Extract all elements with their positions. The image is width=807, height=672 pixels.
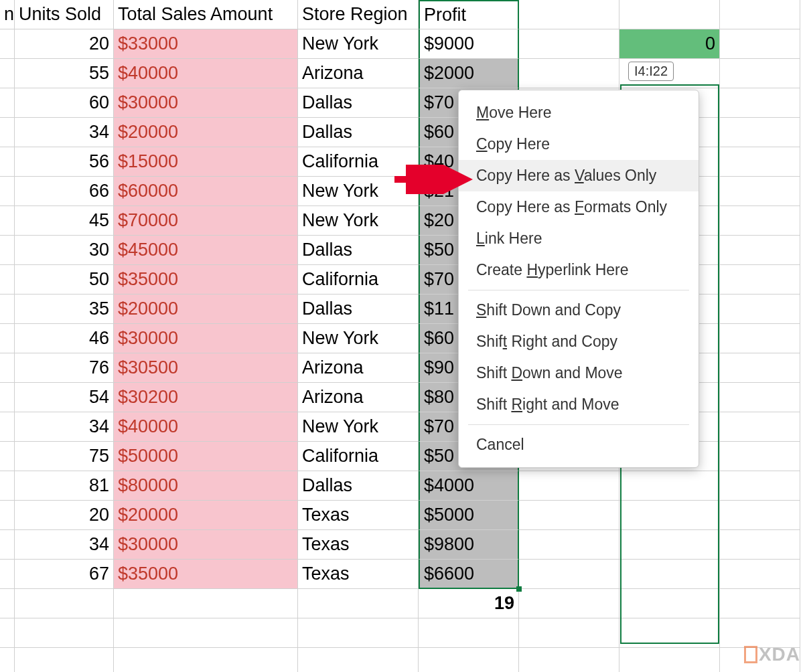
menu-cancel[interactable]: Cancel — [459, 429, 699, 460]
cell-store-region[interactable]: Arizona — [298, 383, 419, 412]
header-units-sold[interactable]: Units Sold — [15, 0, 114, 29]
empty-cell[interactable] — [720, 324, 800, 353]
cell-store-region[interactable]: Arizona — [298, 59, 419, 88]
empty-cell[interactable] — [0, 442, 15, 471]
empty-cell[interactable] — [0, 589, 15, 618]
empty-cell[interactable] — [619, 0, 720, 29]
empty-cell[interactable] — [720, 88, 800, 118]
cell-store-region[interactable]: Texas — [298, 501, 419, 530]
empty-cell[interactable] — [619, 560, 720, 589]
empty-cell[interactable] — [0, 29, 15, 59]
cell-store-region[interactable]: Texas — [298, 530, 419, 560]
empty-cell[interactable] — [519, 589, 619, 618]
empty-cell[interactable] — [0, 353, 15, 383]
empty-cell[interactable] — [519, 560, 619, 589]
empty-cell[interactable] — [0, 383, 15, 412]
cell-total-sales[interactable]: $20000 — [114, 118, 298, 147]
empty-cell[interactable] — [619, 648, 720, 672]
empty-cell[interactable] — [619, 589, 720, 618]
cell-units-sold[interactable]: 50 — [15, 265, 114, 295]
menu-shift-right-move[interactable]: Shift Right and Move — [459, 389, 699, 420]
cell-total-sales[interactable]: $30500 — [114, 353, 298, 383]
cell-profit[interactable]: $6600 — [419, 560, 519, 589]
menu-shift-right-copy[interactable]: Shift Right and Copy — [459, 326, 699, 357]
empty-cell[interactable] — [419, 648, 519, 672]
cell-total-sales[interactable]: $40000 — [114, 59, 298, 88]
empty-cell[interactable] — [0, 118, 15, 147]
empty-cell[interactable] — [519, 530, 619, 560]
empty-cell[interactable] — [0, 618, 15, 648]
empty-cell[interactable] — [0, 177, 15, 206]
cell-store-region[interactable]: New York — [298, 324, 419, 353]
empty-cell[interactable] — [0, 501, 15, 530]
empty-cell[interactable] — [720, 118, 800, 147]
empty-cell[interactable] — [0, 59, 15, 88]
menu-copy-here[interactable]: Copy Here — [459, 129, 699, 160]
menu-shift-down-move[interactable]: Shift Down and Move — [459, 357, 699, 389]
empty-cell[interactable] — [0, 324, 15, 353]
empty-cell[interactable] — [0, 530, 15, 560]
empty-cell[interactable] — [0, 88, 15, 118]
cell-store-region[interactable]: Dallas — [298, 236, 419, 265]
cell-store-region[interactable]: New York — [298, 206, 419, 236]
menu-copy-here-values-only[interactable]: Copy Here as Values Only — [459, 160, 699, 191]
cell-total-sales[interactable]: $33000 — [114, 29, 298, 59]
cell-units-sold[interactable]: 20 — [15, 501, 114, 530]
empty-cell[interactable] — [720, 471, 800, 501]
cell-total-sales[interactable]: $30000 — [114, 88, 298, 118]
empty-cell[interactable] — [619, 618, 720, 648]
cell-store-region[interactable]: California — [298, 147, 419, 177]
cell-store-region[interactable]: Arizona — [298, 353, 419, 383]
header-total-sales[interactable]: Total Sales Amount — [114, 0, 298, 29]
empty-cell[interactable] — [519, 618, 619, 648]
empty-cell[interactable] — [720, 206, 800, 236]
empty-cell[interactable] — [720, 530, 800, 560]
cell-units-sold[interactable]: 35 — [15, 295, 114, 324]
empty-cell[interactable] — [619, 530, 720, 560]
empty-cell[interactable] — [519, 29, 619, 59]
cell-store-region[interactable]: Texas — [298, 560, 419, 589]
empty-cell[interactable] — [720, 295, 800, 324]
empty-cell[interactable] — [619, 471, 720, 501]
empty-cell[interactable] — [15, 648, 114, 672]
empty-cell[interactable] — [0, 206, 15, 236]
cell-units-sold[interactable]: 66 — [15, 177, 114, 206]
cell-total-sales[interactable]: $60000 — [114, 177, 298, 206]
cell-total-sales[interactable]: $35000 — [114, 265, 298, 295]
cell-units-sold[interactable]: 76 — [15, 353, 114, 383]
empty-cell[interactable] — [0, 147, 15, 177]
cell-total-sales[interactable]: $15000 — [114, 147, 298, 177]
empty-cell[interactable] — [720, 501, 800, 530]
header-store-region[interactable]: Store Region — [298, 0, 419, 29]
cell-store-region[interactable]: Dallas — [298, 295, 419, 324]
cell-store-region[interactable]: Dallas — [298, 471, 419, 501]
cell-units-sold[interactable]: 46 — [15, 324, 114, 353]
cell-total-sales[interactable]: $30000 — [114, 324, 298, 353]
cell-store-region[interactable]: Dallas — [298, 118, 419, 147]
selection-count-cell[interactable]: 19 — [419, 589, 519, 618]
empty-cell[interactable] — [619, 501, 720, 530]
empty-cell[interactable] — [419, 618, 519, 648]
cell-units-sold[interactable]: 54 — [15, 383, 114, 412]
header-profit[interactable]: Profit — [419, 0, 519, 29]
cell-units-sold[interactable]: 30 — [15, 236, 114, 265]
empty-cell[interactable] — [0, 471, 15, 501]
cell-total-sales[interactable]: $80000 — [114, 471, 298, 501]
empty-cell[interactable] — [519, 648, 619, 672]
empty-cell[interactable] — [519, 0, 619, 29]
empty-cell[interactable] — [0, 265, 15, 295]
header-partial[interactable]: n — [0, 0, 15, 29]
cell-units-sold[interactable]: 55 — [15, 59, 114, 88]
empty-cell[interactable] — [720, 265, 800, 295]
menu-link-here[interactable]: Link Here — [459, 223, 699, 254]
menu-copy-here-formats-only[interactable]: Copy Here as Formats Only — [459, 191, 699, 223]
cell-total-sales[interactable]: $70000 — [114, 206, 298, 236]
cell-profit[interactable]: $5000 — [419, 501, 519, 530]
empty-cell[interactable] — [0, 560, 15, 589]
cell-store-region[interactable]: California — [298, 265, 419, 295]
empty-cell[interactable] — [298, 589, 419, 618]
cell-profit[interactable]: $2000 — [419, 59, 519, 88]
cell-total-sales[interactable]: $20000 — [114, 501, 298, 530]
cell-profit[interactable]: $9800 — [419, 530, 519, 560]
cell-store-region[interactable]: New York — [298, 29, 419, 59]
